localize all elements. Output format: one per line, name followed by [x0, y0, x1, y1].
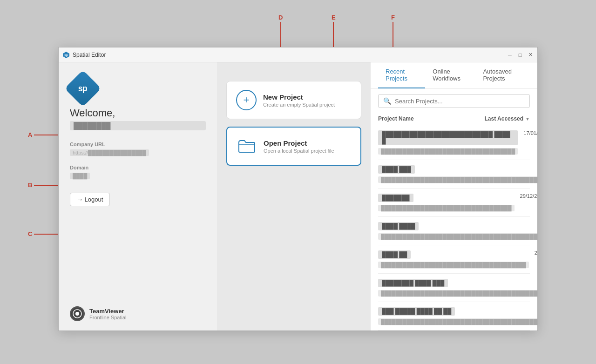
company-url-section: Company URL https://████████████████: [70, 142, 206, 156]
project-date: 29/12/2022 16:49: [535, 250, 537, 256]
titlebar: sp Spatial Editor ─ □ ✕: [59, 47, 537, 62]
project-row[interactable]: ███████ ████████████████████████████████…: [378, 189, 530, 217]
logo-avatar: sp: [64, 70, 101, 107]
plus-icon: +: [244, 95, 250, 105]
project-name: ████████████████████████████ ████ █: [378, 130, 518, 145]
project-info: ████████████████████████████ ████ █ ████…: [378, 130, 518, 155]
project-path: ████████████████████████████████████████…: [378, 290, 537, 297]
new-project-text: New Project Create an empty Spatial proj…: [263, 93, 335, 108]
welcome-text: Welcome,: [70, 107, 206, 119]
domain-label: Domain: [70, 165, 206, 170]
project-row[interactable]: ████ ███ ███████████████████████████████…: [378, 160, 530, 189]
project-date: 17/01/2023 16:10: [523, 130, 537, 136]
open-project-card[interactable]: Open Project Open a local Spatial projec…: [226, 127, 361, 166]
annotation-d: D: [278, 14, 283, 49]
open-project-text: Open Project Open a local Spatial projec…: [264, 139, 334, 154]
project-name: ████ ██: [378, 250, 411, 259]
tab-recent-projects[interactable]: Recent Projects: [378, 62, 425, 88]
teamviewer-text: TeamViewer Frontline Spatial: [89, 308, 127, 320]
project-info: ███ █████ ████ ██ ██ ███████████████████…: [378, 307, 537, 325]
tab-autosaved-projects[interactable]: Autosaved Projects: [475, 62, 530, 88]
maximize-button[interactable]: □: [517, 52, 523, 58]
company-url-label: Company URL: [70, 142, 206, 147]
teamviewer-name: TeamViewer: [89, 308, 127, 315]
search-bar: 🔍: [378, 94, 530, 108]
username-display: ████████: [70, 121, 206, 130]
col-project-name-header: Project Name: [378, 115, 414, 122]
search-input[interactable]: [395, 98, 525, 105]
new-project-title: New Project: [263, 93, 335, 101]
svg-point-4: [75, 312, 79, 316]
center-panel: + New Project Create an empty Spatial pr…: [217, 62, 371, 330]
minimize-button[interactable]: ─: [507, 52, 513, 58]
project-info: ████ ███ ███████████████████████████████…: [378, 165, 537, 183]
annotation-f: F: [391, 14, 395, 49]
open-project-title: Open Project: [264, 139, 334, 147]
company-url-value: https://████████████████: [70, 149, 149, 156]
left-panel: sp Welcome, ████████ Company URL https:/…: [59, 62, 217, 330]
project-info: ████ ██ ████████████████████████████████…: [378, 250, 529, 269]
project-name: ███████: [378, 194, 413, 202]
teamviewer-logo: [70, 306, 85, 321]
projects-list[interactable]: ████████████████████████████ ████ █ ████…: [371, 126, 537, 330]
table-header: Project Name Last Accessed ▼: [371, 114, 537, 126]
project-info: ███████ ████████████████████████████████…: [378, 193, 515, 212]
sort-arrow-icon: ▼: [525, 116, 530, 121]
open-project-desc: Open a local Spatial project file: [264, 148, 334, 154]
tab-online-workflows[interactable]: Online Workflows: [425, 62, 475, 88]
project-name: ████████ ████ ███: [378, 279, 448, 287]
project-row[interactable]: ████████████████████████████ ████ █ ████…: [378, 126, 530, 160]
tabs-row: Recent Projects Online Workflows Autosav…: [371, 62, 537, 88]
svg-text:sp: sp: [64, 54, 68, 57]
open-project-icon: [237, 136, 257, 156]
project-info: ████████ ████ ███ ██████████████████████…: [378, 278, 537, 297]
annotation-e: E: [332, 14, 336, 49]
window-controls: ─ □ ✕: [507, 52, 534, 58]
logout-button[interactable]: → Logout: [70, 193, 110, 206]
project-info: ████ ████ ██████████████████████████████…: [378, 222, 537, 240]
col-last-accessed-header: Last Accessed ▼: [484, 115, 530, 122]
project-row[interactable]: ███ █████ ████ ██ ██ ███████████████████…: [378, 302, 530, 330]
close-button[interactable]: ✕: [527, 52, 534, 58]
project-path: █████████████████████████████████████: [378, 148, 518, 155]
project-path: ████████████████████████████████████████: [378, 262, 529, 268]
project-path: ████████████████████████████████████████…: [378, 176, 537, 183]
project-path: ████████████████████████████████████: [378, 205, 515, 211]
logo-initials: sp: [78, 83, 87, 93]
teamviewer-subtitle: Frontline Spatial: [89, 315, 127, 320]
window-title: Spatial Editor: [73, 52, 507, 58]
project-name: ████ ███: [378, 165, 415, 174]
project-path: ████████████████████████████████████████…: [378, 233, 537, 240]
project-name: ███ █████ ████ ██ ██: [378, 307, 455, 316]
app-icon: sp: [62, 51, 70, 59]
right-panel: Recent Projects Online Workflows Autosav…: [371, 62, 537, 330]
new-project-card[interactable]: + New Project Create an empty Spatial pr…: [226, 81, 361, 119]
project-row[interactable]: ████████ ████ ███ ██████████████████████…: [378, 274, 530, 302]
project-path: ████████████████████████████████████████…: [378, 318, 537, 325]
new-project-icon: +: [236, 90, 257, 110]
teamviewer-branding: TeamViewer Frontline Spatial: [70, 306, 206, 321]
domain-section: Domain ████: [70, 165, 206, 180]
page-wrapper: D E F A B C sp Spatial Ed: [0, 0, 596, 364]
app-window: sp Spatial Editor ─ □ ✕ sp Welcome, ████…: [58, 47, 538, 331]
project-row[interactable]: ████ ████ ██████████████████████████████…: [378, 217, 530, 245]
project-name: ████ ████: [378, 222, 419, 230]
project-date: 29/12/2022 17:18: [520, 193, 537, 199]
new-project-desc: Create an empty Spatial project: [263, 102, 335, 108]
search-icon: 🔍: [383, 97, 391, 105]
domain-value: ████: [70, 173, 90, 179]
project-row[interactable]: ████ ██ ████████████████████████████████…: [378, 245, 530, 274]
window-body: sp Welcome, ████████ Company URL https:/…: [59, 62, 537, 330]
